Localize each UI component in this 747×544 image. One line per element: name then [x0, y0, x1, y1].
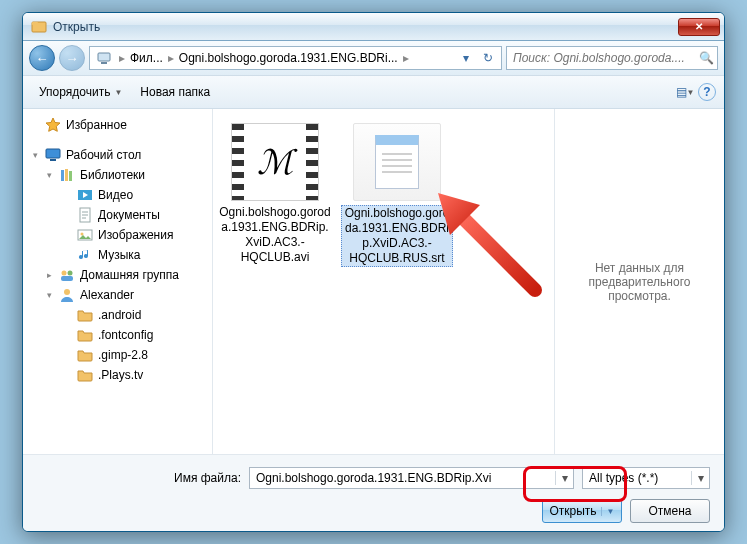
- doc-icon: [77, 207, 93, 223]
- sidebar-item-label: .android: [98, 308, 141, 322]
- chevron-down-icon: ▼: [114, 88, 122, 97]
- svg-rect-4: [46, 149, 60, 158]
- forward-button[interactable]: →: [59, 45, 85, 71]
- close-button[interactable]: ✕: [678, 18, 720, 36]
- sidebar-item[interactable]: ▾Библиотеки: [29, 165, 212, 185]
- music-icon: [77, 247, 93, 263]
- folder-icon: [77, 347, 93, 363]
- search-input[interactable]: [507, 51, 695, 65]
- sidebar-item[interactable]: .Plays.tv: [29, 365, 212, 385]
- file-label: Ogni.bolshogo.goroda.1931.ENG.BDRip.XviD…: [341, 205, 453, 267]
- folder-icon: [77, 327, 93, 343]
- cancel-button-label: Отмена: [648, 504, 691, 518]
- expand-icon[interactable]: ▾: [45, 171, 54, 180]
- breadcrumb[interactable]: Ogni.bolshogo.goroda.1931.ENG.BDRi...: [177, 51, 400, 65]
- home-icon: [59, 267, 75, 283]
- sidebar-item-label: Видео: [98, 188, 133, 202]
- chevron-down-icon[interactable]: ▾: [691, 471, 709, 485]
- svg-rect-5: [50, 159, 56, 161]
- svg-point-13: [62, 271, 67, 276]
- open-file-dialog: Открыть ✕ ← → ▸ Фил... ▸ Ogni.bolshogo.g…: [22, 12, 725, 532]
- sidebar: Избранное▾Рабочий стол▾БиблиотекиВидеоДо…: [23, 109, 213, 454]
- preview-pane: Нет данных для предварительного просмотр…: [554, 109, 724, 454]
- svg-rect-7: [65, 169, 68, 181]
- svg-rect-6: [61, 170, 64, 181]
- filename-input[interactable]: Ogni.bolshogo.goroda.1931.ENG.BDRip.Xvi …: [249, 467, 574, 489]
- sidebar-item[interactable]: Изображения: [29, 225, 212, 245]
- svg-rect-8: [69, 171, 72, 181]
- sidebar-item[interactable]: Видео: [29, 185, 212, 205]
- sidebar-item-label: Alexander: [80, 288, 134, 302]
- filename-value: Ogni.bolshogo.goroda.1931.ENG.BDRip.Xvi: [250, 471, 555, 485]
- sidebar-item-label: Домашняя группа: [80, 268, 179, 282]
- navigation-bar: ← → ▸ Фил... ▸ Ogni.bolshogo.goroda.1931…: [23, 41, 724, 76]
- breadcrumb-sep: ▸: [116, 51, 128, 65]
- breadcrumb-sep: ▸: [400, 51, 412, 65]
- chevron-down-icon[interactable]: ▼: [601, 507, 615, 516]
- sidebar-item-label: Рабочий стол: [66, 148, 141, 162]
- search-box[interactable]: 🔍: [506, 46, 718, 70]
- chevron-down-icon[interactable]: ▾: [555, 471, 573, 485]
- expand-icon[interactable]: ▾: [31, 151, 40, 160]
- sidebar-item[interactable]: ▾Alexander: [29, 285, 212, 305]
- sidebar-item[interactable]: ▸Домашняя группа: [29, 265, 212, 285]
- expand-icon[interactable]: ▸: [45, 271, 54, 280]
- app-icon: [31, 19, 47, 35]
- video-icon: [77, 187, 93, 203]
- desktop-icon: [45, 147, 61, 163]
- footer: Имя файла: Ogni.bolshogo.goroda.1931.ENG…: [23, 454, 724, 532]
- cancel-button[interactable]: Отмена: [630, 499, 710, 523]
- library-icon: [59, 167, 75, 183]
- pic-icon: [77, 227, 93, 243]
- file-label: Ogni.bolshogo.goroda.1931.ENG.BDRip.XviD…: [219, 205, 331, 265]
- star-icon: [45, 117, 61, 133]
- expand-icon[interactable]: [31, 121, 40, 130]
- view-icon[interactable]: ▤▼: [674, 81, 696, 103]
- help-icon[interactable]: ?: [698, 83, 716, 101]
- toolbar: Упорядочить ▼ Новая папка ▤▼ ?: [23, 76, 724, 109]
- svg-rect-2: [98, 53, 110, 61]
- svg-point-16: [64, 289, 70, 295]
- refresh-icon[interactable]: ↻: [477, 51, 499, 65]
- sidebar-item[interactable]: ▾Рабочий стол: [29, 145, 212, 165]
- address-bar[interactable]: ▸ Фил... ▸ Ogni.bolshogo.goroda.1931.ENG…: [89, 46, 502, 70]
- folder-icon: [77, 307, 93, 323]
- user-icon: [59, 287, 75, 303]
- filetype-select[interactable]: All types (*.*) ▾: [582, 467, 710, 489]
- titlebar[interactable]: Открыть ✕: [23, 13, 724, 41]
- new-folder-label: Новая папка: [140, 85, 210, 99]
- file-item[interactable]: ℳOgni.bolshogo.goroda.1931.ENG.BDRip.Xvi…: [219, 123, 331, 265]
- organize-button[interactable]: Упорядочить ▼: [31, 81, 130, 103]
- breadcrumb[interactable]: Фил...: [128, 51, 165, 65]
- sidebar-item[interactable]: .gimp-2.8: [29, 345, 212, 365]
- window-title: Открыть: [53, 20, 678, 34]
- organize-label: Упорядочить: [39, 85, 110, 99]
- text-thumb: [353, 123, 441, 201]
- sidebar-item-label: .gimp-2.8: [98, 348, 148, 362]
- back-button[interactable]: ←: [29, 45, 55, 71]
- file-item[interactable]: Ogni.bolshogo.goroda.1931.ENG.BDRip.XviD…: [341, 123, 453, 267]
- svg-rect-15: [61, 276, 73, 281]
- breadcrumb-sep: ▸: [165, 51, 177, 65]
- sidebar-item[interactable]: Документы: [29, 205, 212, 225]
- filetype-value: All types (*.*): [583, 471, 691, 485]
- filename-label: Имя файла:: [37, 471, 241, 485]
- sidebar-item[interactable]: Музыка: [29, 245, 212, 265]
- sidebar-item-label: .fontconfig: [98, 328, 153, 342]
- sidebar-item-label: Избранное: [66, 118, 127, 132]
- open-button[interactable]: Открыть ▼: [542, 499, 622, 523]
- search-icon: 🔍: [695, 51, 717, 65]
- sidebar-item-label: Музыка: [98, 248, 140, 262]
- sidebar-item[interactable]: Избранное: [29, 115, 212, 135]
- sidebar-item-label: Изображения: [98, 228, 173, 242]
- video-thumb: ℳ: [231, 123, 319, 201]
- expand-icon[interactable]: ▾: [45, 291, 54, 300]
- sidebar-item-label: .Plays.tv: [98, 368, 143, 382]
- dropdown-icon[interactable]: ▾: [455, 51, 477, 65]
- sidebar-item[interactable]: .android: [29, 305, 212, 325]
- new-folder-button[interactable]: Новая папка: [132, 81, 218, 103]
- folder-icon: [77, 367, 93, 383]
- preview-empty-text: Нет данных для предварительного просмотр…: [571, 261, 708, 303]
- svg-point-14: [68, 271, 73, 276]
- sidebar-item[interactable]: .fontconfig: [29, 325, 212, 345]
